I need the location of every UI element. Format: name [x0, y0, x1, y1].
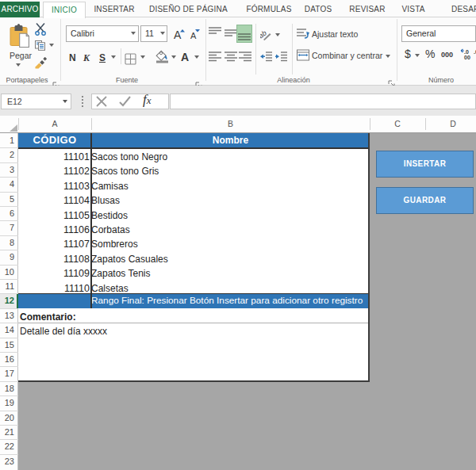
svg-text:00: 00 [464, 55, 470, 59]
svg-text:.0: .0 [464, 49, 469, 55]
